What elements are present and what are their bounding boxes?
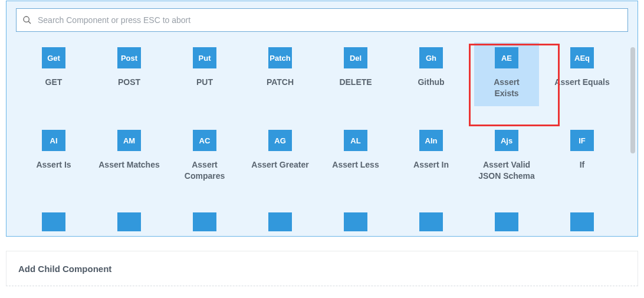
component-picker-panel: Get GET Post POST Put PUT Patch PATCH De… (6, 1, 638, 237)
component-label: Assert In (413, 159, 449, 171)
component-tile: Ajs (495, 130, 518, 151)
component-partial[interactable] (242, 208, 318, 231)
svg-line-1 (28, 21, 31, 24)
component-label: Assert Compares (172, 159, 237, 182)
add-child-component-button[interactable]: Add Child Component (6, 251, 638, 286)
component-partial[interactable] (91, 208, 167, 231)
component-tile (42, 212, 65, 231)
component-tile (268, 212, 292, 231)
component-tile: AL (344, 130, 367, 151)
component-github[interactable]: Gh Github (393, 42, 469, 125)
component-tile (193, 212, 216, 231)
component-assert-in[interactable]: AIn Assert In (393, 125, 469, 208)
component-label: PATCH (267, 77, 294, 88)
component-assert-valid-json-schema[interactable]: Ajs Assert Valid JSON Schema (469, 125, 544, 208)
component-tile: AEq (570, 47, 594, 68)
component-get[interactable]: Get GET (16, 42, 91, 125)
component-partial[interactable] (393, 208, 469, 231)
component-tile (570, 212, 594, 231)
component-label: Assert Equals (554, 77, 609, 88)
component-assert-is[interactable]: AI Assert Is (16, 125, 91, 208)
component-tile: Get (42, 47, 65, 68)
component-tile: AI (42, 130, 65, 151)
component-tile: AM (117, 130, 141, 151)
component-label: Assert Matches (98, 159, 160, 171)
component-patch[interactable]: Patch PATCH (242, 42, 318, 125)
add-child-label: Add Child Component (18, 264, 111, 274)
component-label: Assert Less (332, 159, 379, 171)
component-assert-less[interactable]: AL Assert Less (318, 125, 393, 208)
search-input[interactable] (38, 15, 622, 25)
selection-highlight: AE Assert Exists (474, 42, 539, 106)
search-wrapper (16, 8, 628, 32)
component-partial[interactable] (167, 208, 242, 231)
search-icon (22, 15, 32, 25)
component-assert-greater[interactable]: AG Assert Greater (242, 125, 318, 208)
component-label: Assert Greater (251, 159, 308, 171)
component-tile: Gh (419, 47, 443, 68)
component-tile: AE (495, 47, 518, 68)
component-assert-equals[interactable]: AEq Assert Equals (544, 42, 620, 125)
component-if[interactable]: IF If (544, 125, 620, 208)
component-post[interactable]: Post POST (91, 42, 167, 125)
component-label: Assert Is (36, 159, 71, 171)
component-tile: Del (344, 47, 367, 68)
component-tile (495, 212, 518, 231)
component-label: Assert Valid JSON Schema (474, 159, 539, 182)
component-label: GET (45, 77, 63, 88)
component-tile: Patch (268, 47, 292, 68)
component-tile (117, 212, 141, 231)
component-tile (419, 212, 443, 231)
component-tile: AG (268, 130, 292, 151)
component-label: If (580, 159, 585, 171)
component-label: POST (118, 77, 140, 88)
component-partial[interactable] (318, 208, 393, 231)
component-put[interactable]: Put PUT (167, 42, 242, 125)
component-grid-viewport: Get GET Post POST Put PUT Patch PATCH De… (16, 42, 628, 231)
component-label: PUT (196, 77, 213, 88)
component-assert-matches[interactable]: AM Assert Matches (91, 125, 167, 208)
component-label: Assert Exists (482, 77, 531, 99)
component-tile: IF (570, 130, 594, 151)
component-assert-exists[interactable]: AE Assert Exists (469, 42, 544, 125)
component-assert-compares[interactable]: AC Assert Compares (167, 125, 242, 208)
component-partial[interactable] (469, 208, 544, 231)
component-label: DELETE (339, 77, 372, 88)
component-tile: AIn (419, 130, 443, 151)
component-label: Github (418, 77, 444, 88)
scrollbar-thumb[interactable] (630, 47, 635, 153)
svg-point-0 (24, 17, 29, 22)
component-partial[interactable] (544, 208, 620, 231)
component-tile (344, 212, 367, 231)
component-tile: AC (193, 130, 216, 151)
component-tile: Post (117, 47, 141, 68)
scrollbar-track[interactable] (630, 47, 635, 229)
component-partial[interactable] (16, 208, 91, 231)
component-delete[interactable]: Del DELETE (318, 42, 393, 125)
component-grid: Get GET Post POST Put PUT Patch PATCH De… (16, 42, 620, 231)
component-tile: Put (193, 47, 216, 68)
